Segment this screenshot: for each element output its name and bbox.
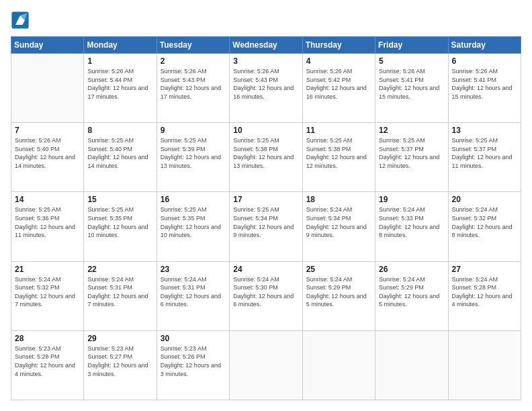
day-info: Sunrise: 5:26 AMSunset: 5:43 PMDaylight:… [161,67,226,101]
day-number: 27 [452,265,517,274]
calendar-cell: 2Sunrise: 5:26 AMSunset: 5:43 PMDaylight… [157,54,229,123]
day-info: Sunrise: 5:25 AMSunset: 5:34 PMDaylight:… [233,205,298,239]
day-number: 23 [161,265,226,274]
calendar-cell: 9Sunrise: 5:25 AMSunset: 5:39 PMDaylight… [157,123,229,192]
weekday-header-thursday: Thursday [302,37,375,54]
day-number: 22 [87,265,152,274]
calendar-cell: 19Sunrise: 5:24 AMSunset: 5:33 PMDayligh… [375,192,448,261]
day-info: Sunrise: 5:26 AMSunset: 5:40 PMDaylight:… [15,136,80,170]
day-info: Sunrise: 5:24 AMSunset: 5:32 PMDaylight:… [15,275,80,309]
day-info: Sunrise: 5:24 AMSunset: 5:31 PMDaylight:… [161,275,226,309]
day-number: 14 [15,195,80,204]
calendar-cell: 5Sunrise: 5:26 AMSunset: 5:41 PMDaylight… [375,54,448,123]
week-row-3: 14Sunrise: 5:25 AMSunset: 5:36 PMDayligh… [11,192,521,261]
calendar-cell [11,54,84,123]
day-number: 28 [15,334,80,343]
day-info: Sunrise: 5:25 AMSunset: 5:40 PMDaylight:… [87,136,152,170]
weekday-header-saturday: Saturday [448,37,521,54]
calendar-cell: 1Sunrise: 5:26 AMSunset: 5:44 PMDaylight… [84,54,157,123]
calendar-cell: 28Sunrise: 5:23 AMSunset: 5:28 PMDayligh… [11,330,84,400]
day-number: 6 [452,56,517,66]
calendar-cell: 29Sunrise: 5:23 AMSunset: 5:27 PMDayligh… [84,330,157,400]
day-info: Sunrise: 5:25 AMSunset: 5:38 PMDaylight:… [233,136,298,170]
calendar-cell: 17Sunrise: 5:25 AMSunset: 5:34 PMDayligh… [230,192,302,261]
week-row-1: 1Sunrise: 5:26 AMSunset: 5:44 PMDaylight… [11,54,521,123]
weekday-header-row: SundayMondayTuesdayWednesdayThursdayFrid… [11,37,521,54]
day-info: Sunrise: 5:26 AMSunset: 5:44 PMDaylight:… [87,67,152,101]
day-info: Sunrise: 5:23 AMSunset: 5:26 PMDaylight:… [161,345,226,378]
calendar-table: SundayMondayTuesdayWednesdayThursdayFrid… [11,36,521,400]
day-number: 11 [306,126,371,135]
day-info: Sunrise: 5:24 AMSunset: 5:34 PMDaylight:… [306,205,371,239]
day-number: 10 [233,126,298,135]
page: SundayMondayTuesdayWednesdayThursdayFrid… [0,0,532,411]
week-row-5: 28Sunrise: 5:23 AMSunset: 5:28 PMDayligh… [11,330,521,400]
calendar-cell: 13Sunrise: 5:25 AMSunset: 5:37 PMDayligh… [448,123,521,192]
day-info: Sunrise: 5:24 AMSunset: 5:33 PMDaylight:… [379,205,444,239]
day-info: Sunrise: 5:25 AMSunset: 5:35 PMDaylight:… [161,205,226,239]
calendar-cell: 14Sunrise: 5:25 AMSunset: 5:36 PMDayligh… [11,192,84,261]
logo [11,11,32,30]
calendar-cell: 6Sunrise: 5:26 AMSunset: 5:41 PMDaylight… [448,54,521,123]
day-info: Sunrise: 5:26 AMSunset: 5:41 PMDaylight:… [379,67,444,101]
day-number: 30 [161,334,226,343]
day-info: Sunrise: 5:23 AMSunset: 5:28 PMDaylight:… [15,345,80,378]
day-info: Sunrise: 5:26 AMSunset: 5:42 PMDaylight:… [306,67,371,101]
weekday-header-tuesday: Tuesday [157,37,229,54]
week-row-4: 21Sunrise: 5:24 AMSunset: 5:32 PMDayligh… [11,261,521,330]
day-info: Sunrise: 5:24 AMSunset: 5:29 PMDaylight:… [379,275,444,309]
day-info: Sunrise: 5:23 AMSunset: 5:27 PMDaylight:… [87,345,152,378]
day-number: 5 [379,56,444,66]
day-info: Sunrise: 5:25 AMSunset: 5:39 PMDaylight:… [161,136,226,170]
day-number: 15 [87,195,152,204]
day-info: Sunrise: 5:24 AMSunset: 5:30 PMDaylight:… [233,275,298,309]
calendar-cell [302,330,375,400]
calendar-cell [448,330,521,400]
day-number: 20 [452,195,517,204]
weekday-header-sunday: Sunday [11,37,84,54]
calendar-cell: 25Sunrise: 5:24 AMSunset: 5:29 PMDayligh… [302,261,375,330]
day-number: 3 [233,56,298,66]
day-number: 12 [379,126,444,135]
calendar-cell [230,330,302,400]
calendar-cell: 30Sunrise: 5:23 AMSunset: 5:26 PMDayligh… [157,330,229,400]
day-number: 24 [233,265,298,274]
calendar-cell: 27Sunrise: 5:24 AMSunset: 5:28 PMDayligh… [448,261,521,330]
day-info: Sunrise: 5:24 AMSunset: 5:28 PMDaylight:… [452,275,517,309]
calendar-cell: 18Sunrise: 5:24 AMSunset: 5:34 PMDayligh… [302,192,375,261]
day-number: 9 [161,126,226,135]
day-info: Sunrise: 5:25 AMSunset: 5:35 PMDaylight:… [87,205,152,239]
weekday-header-monday: Monday [84,37,157,54]
day-info: Sunrise: 5:25 AMSunset: 5:37 PMDaylight:… [452,136,517,170]
day-info: Sunrise: 5:25 AMSunset: 5:38 PMDaylight:… [306,136,371,170]
day-number: 7 [15,126,80,135]
day-number: 8 [87,126,152,135]
logo-icon [11,11,30,30]
calendar-cell: 23Sunrise: 5:24 AMSunset: 5:31 PMDayligh… [157,261,229,330]
day-info: Sunrise: 5:26 AMSunset: 5:41 PMDaylight:… [452,67,517,101]
weekday-header-friday: Friday [375,37,448,54]
day-info: Sunrise: 5:24 AMSunset: 5:32 PMDaylight:… [452,205,517,239]
day-number: 29 [87,334,152,343]
calendar-cell: 16Sunrise: 5:25 AMSunset: 5:35 PMDayligh… [157,192,229,261]
calendar-cell: 21Sunrise: 5:24 AMSunset: 5:32 PMDayligh… [11,261,84,330]
day-number: 17 [233,195,298,204]
week-row-2: 7Sunrise: 5:26 AMSunset: 5:40 PMDaylight… [11,123,521,192]
weekday-header-wednesday: Wednesday [230,37,302,54]
calendar-cell: 26Sunrise: 5:24 AMSunset: 5:29 PMDayligh… [375,261,448,330]
day-number: 13 [452,126,517,135]
day-info: Sunrise: 5:26 AMSunset: 5:43 PMDaylight:… [233,67,298,101]
header [11,11,521,30]
calendar-cell: 4Sunrise: 5:26 AMSunset: 5:42 PMDaylight… [302,54,375,123]
day-number: 19 [379,195,444,204]
calendar-cell: 8Sunrise: 5:25 AMSunset: 5:40 PMDaylight… [84,123,157,192]
calendar-cell: 24Sunrise: 5:24 AMSunset: 5:30 PMDayligh… [230,261,302,330]
calendar-cell: 22Sunrise: 5:24 AMSunset: 5:31 PMDayligh… [84,261,157,330]
day-number: 2 [161,56,226,66]
day-number: 18 [306,195,371,204]
day-info: Sunrise: 5:25 AMSunset: 5:37 PMDaylight:… [379,136,444,170]
calendar-cell: 20Sunrise: 5:24 AMSunset: 5:32 PMDayligh… [448,192,521,261]
calendar-cell: 12Sunrise: 5:25 AMSunset: 5:37 PMDayligh… [375,123,448,192]
day-info: Sunrise: 5:24 AMSunset: 5:29 PMDaylight:… [306,275,371,309]
calendar-cell: 11Sunrise: 5:25 AMSunset: 5:38 PMDayligh… [302,123,375,192]
